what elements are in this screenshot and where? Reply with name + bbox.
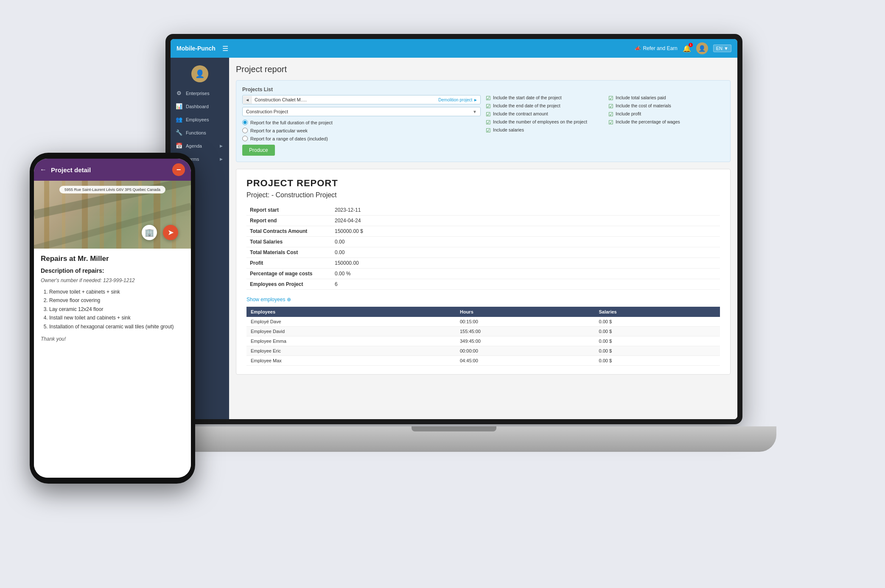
report-main-title: PROJECT REPORT [246, 178, 720, 189]
list-item: Lay ceramic 12x24 floor [49, 305, 184, 314]
sidebar-item-functions[interactable]: 🔧 Functions [171, 126, 229, 139]
table-row: Employee Eric 00:00:00 0.00 $ [246, 346, 720, 356]
checkbox-num-employees-label: Include the number of employees on the p… [493, 119, 587, 124]
user-avatar[interactable]: 👤 [696, 42, 708, 54]
sidebar-avatar[interactable]: 👤 [191, 65, 208, 82]
laptop-frame: Mobile-Punch ☰ 📣 Refer and Earn 🔔 1 👤 [165, 34, 827, 501]
enterprises-icon: ⚙ [176, 90, 182, 96]
employee-name: Employé Dave [246, 317, 456, 327]
language-selector[interactable]: EN ▼ [713, 45, 731, 52]
employee-salaries: 0.00 $ [594, 317, 720, 327]
checkbox-contract-amount[interactable]: ☑ Include the contract amount [486, 111, 602, 118]
checkbox-cost-materials[interactable]: ☑ Include the cost of materials [608, 103, 724, 109]
row-label: Report start [246, 205, 331, 216]
laptop-bezel: Mobile-Punch ☰ 📣 Refer and Earn 🔔 1 👤 [165, 34, 742, 424]
project-nav-left[interactable]: ◄ [243, 96, 252, 104]
projects-list-label: Projects List [242, 87, 724, 92]
produce-button[interactable]: Produce [242, 145, 275, 156]
forms-arrow: ▶ [220, 157, 223, 161]
report-project-name: Project: - Construction Project [246, 191, 720, 199]
checkbox-start-date[interactable]: ☑ Include the start date of the project [486, 95, 602, 101]
table-row: Employee Max 04:45:00 0.00 $ [246, 356, 720, 366]
employee-hours: 00:15:00 [456, 317, 595, 327]
sidebar-item-enterprises[interactable]: ⚙ Enterprises [171, 87, 229, 100]
list-item: Remove toilet + cabinets + sink [49, 288, 184, 296]
brand-name: Mobile-Punch [176, 45, 216, 52]
app-container: Mobile-Punch ☰ 📣 Refer and Earn 🔔 1 👤 [171, 39, 737, 419]
checkbox-end-date[interactable]: ☑ Include the end date of the project [486, 103, 602, 109]
sidebar-avatar-area: 👤 [171, 61, 229, 87]
employee-salaries: 0.00 $ [594, 346, 720, 356]
row-label: Report end [246, 216, 331, 226]
row-label: Total Materials Cost [246, 247, 331, 258]
table-row: Total Contracts Amount 150000.00 $ [246, 226, 720, 237]
checkbox-pct-wages-label: Include the percentage of wages [616, 119, 680, 124]
phone-frame: ← Project detail − [30, 153, 195, 484]
project-selector[interactable]: ◄ Construction Chalet M…. Demolition pro… [242, 95, 481, 104]
report-summary-table: Report start 2023-12-11 Report end 2024-… [246, 205, 720, 290]
project-dropdown[interactable]: Construction Project ▼ [242, 107, 481, 116]
checkbox-start-date-label: Include the start date of the project [493, 95, 562, 100]
radio-range-dates[interactable]: Report for a range of dates (included) [242, 136, 481, 141]
checkbox-total-salaries[interactable]: ☑ Include total salaries paid [608, 95, 724, 101]
sidebar-item-agenda[interactable]: 📅 Agenda ▶ [171, 139, 229, 152]
project-demolition-tag[interactable]: Demolition project ► [436, 96, 480, 104]
phone-navigate-icon[interactable]: ➤ [163, 225, 178, 240]
phone-map-brand-icon[interactable]: 🏢 [142, 225, 157, 240]
laptop-screen: Mobile-Punch ☰ 📣 Refer and Earn 🔔 1 👤 [171, 39, 737, 419]
page-title: Project report [236, 64, 731, 74]
checkbox-checked-icon: ☑ [608, 103, 613, 109]
col-employees: Employees [246, 307, 456, 317]
table-row: Total Salaries 0.00 [246, 237, 720, 247]
employees-icon: 👥 [176, 116, 182, 123]
table-row: Report start 2023-12-11 [246, 205, 720, 216]
top-bar-right: 📣 Refer and Earn 🔔 1 👤 EN ▼ [635, 42, 731, 54]
checkbox-checked-icon: ☑ [608, 95, 613, 101]
sidebar-item-dashboard[interactable]: 📊 Dashboard [171, 100, 229, 113]
row-value: 0.00 [331, 247, 720, 258]
radio-particular-week[interactable]: Report for a particular week [242, 128, 481, 133]
checkbox-checked-icon: ☑ [608, 119, 613, 126]
notification-badge: 1 [689, 43, 693, 47]
phone-owner-note: Owner's number if needed: 123-999-1212 [41, 277, 184, 283]
notification-button[interactable]: 🔔 1 [683, 45, 691, 53]
sidebar-item-label: Employees [186, 117, 223, 122]
show-employees-toggle[interactable]: Show employees ⊕ [246, 297, 720, 302]
list-item: Installation of hexagonal ceramic wall t… [49, 322, 184, 331]
row-label: Percentage of wage costs [246, 269, 331, 279]
phone-top-bar: ← Project detail − [34, 159, 191, 181]
col-hours: Hours [456, 307, 595, 317]
phone-back-button[interactable]: ← [40, 166, 47, 174]
row-value: 6 [331, 279, 720, 290]
sidebar-item-label: Enterprises [186, 91, 223, 96]
show-employees-label: Show employees [246, 297, 285, 302]
checkbox-cost-materials-label: Include the cost of materials [616, 103, 671, 108]
checkbox-end-date-label: Include the end date of the project [493, 103, 560, 108]
dashboard-icon: 📊 [176, 103, 182, 109]
refer-earn-button[interactable]: 📣 Refer and Earn [635, 45, 677, 51]
functions-icon: 🔧 [176, 129, 182, 136]
phone-screen-title: Project detail [51, 166, 168, 174]
employees-table: Employees Hours Salaries Employé Dave 00… [246, 307, 720, 366]
phone-minus-button[interactable]: − [172, 163, 185, 176]
employee-name: Employee Emma [246, 336, 456, 346]
employee-hours: 00:00:00 [456, 346, 595, 356]
checkbox-salaries-label: Include salaries [493, 127, 524, 132]
checkbox-checked-icon: ☑ [486, 103, 491, 109]
phone-map-area: 5955 Rue Saint-Laurent Lévis G6V 3P5 Que… [34, 181, 191, 249]
list-item: Remove floor covering [49, 296, 184, 305]
config-right: ☑ Include the start date of the project … [486, 95, 724, 156]
row-label: Profit [246, 258, 331, 269]
checkbox-pct-wages[interactable]: ☑ Include the percentage of wages [608, 119, 724, 126]
employee-hours: 04:45:00 [456, 356, 595, 366]
radio-full-duration[interactable]: Report for the full duration of the proj… [242, 120, 481, 125]
phone-address-badge: 5955 Rue Saint-Laurent Lévis G6V 3P5 Que… [59, 186, 165, 193]
hamburger-icon[interactable]: ☰ [222, 45, 228, 53]
sidebar-item-employees[interactable]: 👥 Employees [171, 113, 229, 126]
checkbox-contract-amount-label: Include the contract amount [493, 111, 548, 116]
checkbox-profit[interactable]: ☑ Include profit [608, 111, 724, 118]
checkbox-num-employees[interactable]: ☑ Include the number of employees on the… [486, 119, 602, 126]
phone-screen: ← Project detail − [34, 159, 191, 478]
checkbox-salaries[interactable]: ☑ Include salaries [486, 127, 602, 134]
sidebar-item-label: Agenda [186, 143, 216, 148]
